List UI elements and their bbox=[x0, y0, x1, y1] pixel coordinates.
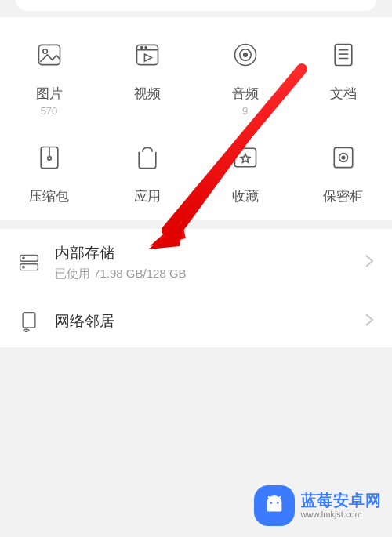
svg-point-9 bbox=[243, 53, 247, 57]
chevron-right-icon bbox=[364, 312, 375, 331]
category-docs[interactable]: 文档 bbox=[294, 33, 392, 117]
svg-marker-6 bbox=[144, 54, 151, 61]
svg-point-5 bbox=[145, 46, 147, 48]
audio-icon bbox=[223, 33, 267, 77]
category-archives[interactable]: 压缩包 bbox=[0, 136, 98, 205]
svg-point-16 bbox=[47, 157, 51, 161]
category-label: 文档 bbox=[330, 85, 357, 103]
category-count: 570 bbox=[41, 105, 58, 117]
category-label: 收藏 bbox=[232, 187, 259, 205]
archive-icon bbox=[27, 136, 71, 180]
storage-section: 内部存储 已使用 71.98 GB/128 GB 网络邻居 bbox=[0, 229, 392, 347]
svg-point-1 bbox=[42, 49, 46, 53]
category-count: 9 bbox=[242, 105, 248, 117]
category-label: 应用 bbox=[134, 187, 161, 205]
network-text: 网络邻居 bbox=[55, 311, 364, 332]
internal-storage-item[interactable]: 内部存储 已使用 71.98 GB/128 GB bbox=[0, 229, 392, 296]
svg-point-22 bbox=[23, 257, 24, 259]
video-icon bbox=[125, 33, 169, 77]
storage-icon bbox=[17, 251, 41, 274]
network-neighbors-item[interactable]: 网络邻居 bbox=[0, 296, 392, 347]
svg-rect-0 bbox=[38, 45, 60, 64]
category-safe[interactable]: 保密柜 bbox=[294, 136, 392, 205]
network-icon bbox=[17, 310, 41, 333]
document-icon bbox=[321, 33, 365, 77]
storage-text: 内部存储 已使用 71.98 GB/128 GB bbox=[55, 243, 364, 281]
svg-point-4 bbox=[140, 46, 142, 48]
watermark-url: www.lmkjst.com bbox=[301, 510, 382, 520]
search-bar[interactable] bbox=[16, 0, 376, 11]
category-audio[interactable]: 音频 9 bbox=[196, 33, 294, 117]
chevron-right-icon bbox=[364, 253, 375, 272]
category-favorites[interactable]: 收藏 bbox=[196, 136, 294, 205]
category-label: 音频 bbox=[232, 85, 259, 103]
category-label: 视频 bbox=[134, 85, 161, 103]
category-grid: 图片 570 视频 音频 9 文档 bbox=[0, 33, 392, 205]
category-apps[interactable]: 应用 bbox=[98, 136, 196, 205]
storage-title: 内部存储 bbox=[55, 243, 364, 263]
category-videos[interactable]: 视频 bbox=[98, 33, 196, 117]
svg-point-23 bbox=[23, 266, 24, 267]
favorite-icon bbox=[223, 136, 267, 180]
svg-rect-24 bbox=[23, 313, 35, 328]
svg-rect-10 bbox=[335, 45, 352, 66]
watermark-logo-icon bbox=[254, 485, 295, 526]
image-icon bbox=[27, 33, 71, 77]
watermark: 蓝莓安卓网 www.lmkjst.com bbox=[254, 485, 382, 526]
svg-point-28 bbox=[270, 502, 272, 504]
svg-point-29 bbox=[276, 502, 278, 504]
watermark-text: 蓝莓安卓网 www.lmkjst.com bbox=[301, 492, 382, 520]
category-label: 压缩包 bbox=[29, 187, 69, 205]
category-label: 保密柜 bbox=[323, 187, 363, 205]
watermark-title: 蓝莓安卓网 bbox=[301, 492, 382, 510]
svg-point-19 bbox=[342, 156, 345, 159]
category-card: 图片 570 视频 音频 9 文档 bbox=[0, 17, 392, 220]
network-title: 网络邻居 bbox=[55, 311, 364, 332]
category-images[interactable]: 图片 570 bbox=[0, 33, 98, 117]
storage-subtitle: 已使用 71.98 GB/128 GB bbox=[55, 267, 364, 281]
safe-icon bbox=[321, 136, 365, 180]
category-label: 图片 bbox=[36, 85, 63, 103]
app-icon bbox=[125, 136, 169, 180]
